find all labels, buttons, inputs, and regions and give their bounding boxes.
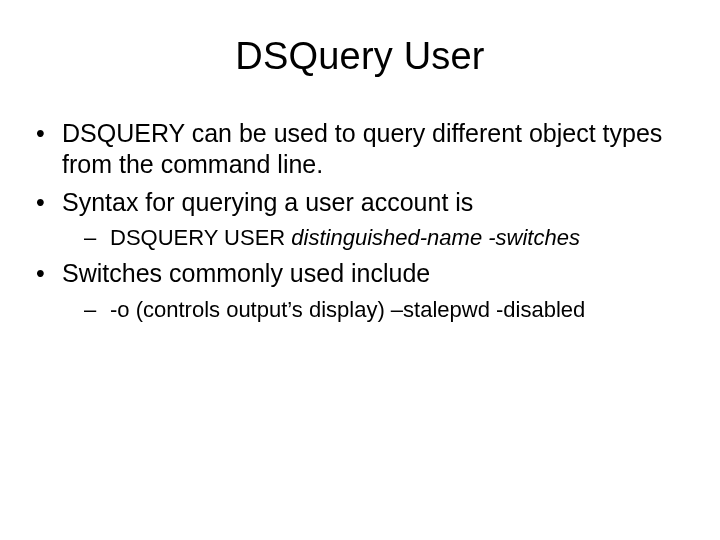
sub-bullet-item: DSQUERY USER distinguished-name -switche… xyxy=(82,224,686,253)
slide-title: DSQuery User xyxy=(34,35,686,78)
bullet-item: Switches commonly used include -o (contr… xyxy=(34,258,686,324)
bullet-text: Syntax for querying a user account is xyxy=(62,188,473,216)
bullet-item: Syntax for querying a user account is DS… xyxy=(34,187,686,253)
sub-bullet-list: -o (controls output’s display) –stalepwd… xyxy=(62,296,686,325)
bullet-text: Switches commonly used include xyxy=(62,259,430,287)
slide: DSQuery User DSQUERY can be used to quer… xyxy=(0,0,720,540)
sub-bullet-prefix: DSQUERY USER xyxy=(110,225,291,250)
bullet-item: DSQUERY can be used to query different o… xyxy=(34,118,686,181)
sub-bullet-list: DSQUERY USER distinguished-name -switche… xyxy=(62,224,686,253)
sub-bullet-item: -o (controls output’s display) –stalepwd… xyxy=(82,296,686,325)
sub-bullet-italic: distinguished-name -switches xyxy=(291,225,580,250)
sub-bullet-text: -o (controls output’s display) –stalepwd… xyxy=(110,297,585,322)
bullet-text: DSQUERY can be used to query different o… xyxy=(62,119,662,178)
bullet-list: DSQUERY can be used to query different o… xyxy=(34,118,686,324)
